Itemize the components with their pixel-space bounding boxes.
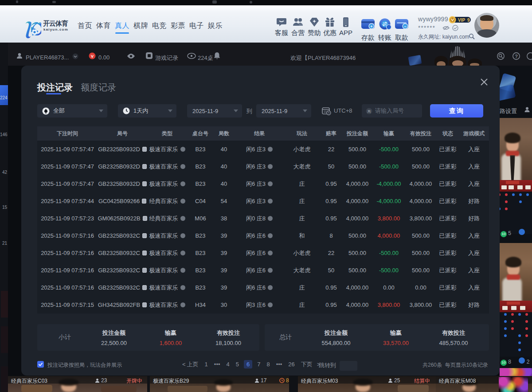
svg-text:+: +	[370, 24, 372, 29]
svg-text:−: −	[404, 24, 406, 29]
svg-text:局: 局	[368, 109, 371, 113]
svg-text:VIP: VIP	[458, 18, 465, 23]
svg-text:9: 9	[467, 18, 470, 23]
svg-text:V: V	[91, 54, 94, 59]
svg-text:?: ?	[515, 54, 518, 59]
